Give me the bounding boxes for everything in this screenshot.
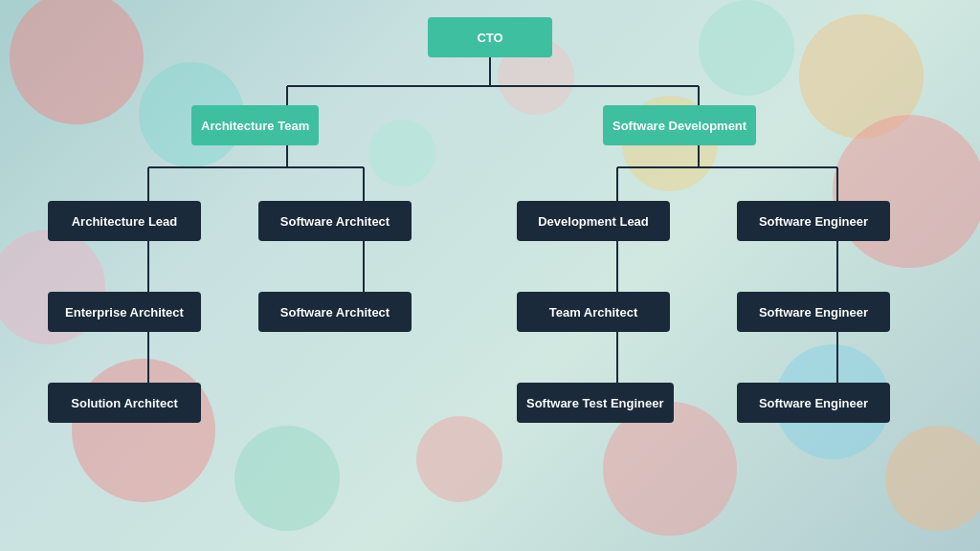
soft-arch1-node: Software Architect xyxy=(258,201,412,241)
ent-arch-label: Enterprise Architect xyxy=(65,305,184,320)
team-arch-node: Team Architect xyxy=(517,292,670,332)
soft-eng3-node: Software Engineer xyxy=(737,383,890,423)
soft-arch2-label: Software Architect xyxy=(280,305,390,320)
team-arch-label: Team Architect xyxy=(549,305,637,320)
soft-dev-label: Software Development xyxy=(612,119,746,133)
background xyxy=(0,0,980,551)
soft-arch1-label: Software Architect xyxy=(280,214,390,229)
cto-label: CTO xyxy=(477,31,502,45)
sol-arch-node: Solution Architect xyxy=(48,383,201,423)
sol-arch-label: Solution Architect xyxy=(71,396,177,410)
dev-lead-node: Development Lead xyxy=(517,201,670,241)
soft-eng3-label: Software Engineer xyxy=(759,396,868,410)
ent-arch-node: Enterprise Architect xyxy=(48,292,201,332)
dev-lead-label: Development Lead xyxy=(538,214,649,229)
arch-team-node: Architecture Team xyxy=(191,105,319,145)
soft-dev-node: Software Development xyxy=(603,105,756,145)
soft-arch2-node: Software Architect xyxy=(258,292,412,332)
soft-eng2-node: Software Engineer xyxy=(737,292,890,332)
soft-eng2-label: Software Engineer xyxy=(759,305,868,320)
arch-lead-node: Architecture Lead xyxy=(48,201,201,241)
cto-node: CTO xyxy=(428,17,552,57)
arch-lead-label: Architecture Lead xyxy=(72,214,178,229)
soft-test-label: Software Test Engineer xyxy=(526,396,664,410)
soft-eng1-label: Software Engineer xyxy=(759,214,868,229)
soft-test-node: Software Test Engineer xyxy=(517,383,674,423)
soft-eng1-node: Software Engineer xyxy=(737,201,890,241)
arch-team-label: Architecture Team xyxy=(201,119,309,133)
